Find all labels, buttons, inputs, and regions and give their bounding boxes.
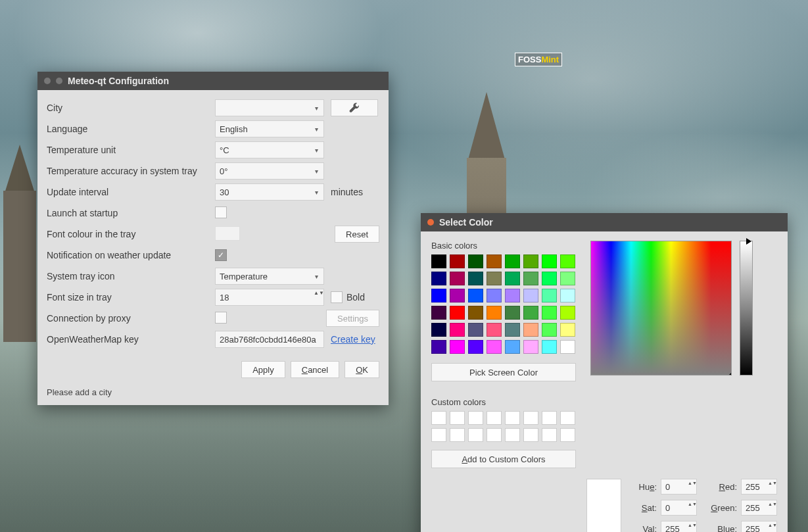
red-input[interactable]: 255▲▼ xyxy=(741,479,777,495)
custom-color-swatch[interactable] xyxy=(468,428,483,442)
val-input[interactable]: 255▲▼ xyxy=(661,521,697,532)
basic-color-swatch[interactable] xyxy=(542,289,557,302)
add-custom-button[interactable]: Add to Custom Colors xyxy=(431,450,576,468)
basic-color-swatch[interactable] xyxy=(450,254,465,268)
notification-checkbox[interactable]: ✓ xyxy=(215,249,227,261)
temp-accuracy-combo[interactable]: 0° xyxy=(215,162,324,180)
basic-color-swatch[interactable] xyxy=(523,306,538,320)
custom-color-swatch[interactable] xyxy=(450,428,465,442)
custom-color-swatch[interactable] xyxy=(450,411,465,425)
font-colour-swatch[interactable] xyxy=(215,226,240,241)
basic-color-swatch[interactable] xyxy=(523,254,538,268)
sat-input[interactable]: 0▲▼ xyxy=(661,500,697,516)
custom-color-swatch[interactable] xyxy=(505,411,520,425)
basic-color-swatch[interactable] xyxy=(450,340,465,354)
basic-color-swatch[interactable] xyxy=(542,254,557,268)
hue-input[interactable]: 0▲▼ xyxy=(661,479,697,495)
custom-color-swatch[interactable] xyxy=(542,411,557,425)
pick-screen-color-button[interactable]: Pick Screen Color xyxy=(431,363,576,381)
basic-color-swatch[interactable] xyxy=(468,272,483,285)
basic-color-swatch[interactable] xyxy=(468,340,483,354)
apply-button[interactable]: Apply xyxy=(241,361,285,378)
custom-color-swatch[interactable] xyxy=(523,411,538,425)
basic-color-swatch[interactable] xyxy=(560,289,575,302)
basic-color-swatch[interactable] xyxy=(431,289,446,302)
custom-color-swatch[interactable] xyxy=(431,428,446,442)
color-titlebar[interactable]: Select Color xyxy=(421,213,788,231)
basic-color-swatch[interactable] xyxy=(560,254,575,268)
owm-key-input[interactable]: 28ab768fc0cbdd146e80a xyxy=(215,331,324,348)
update-interval-combo[interactable]: 30 xyxy=(215,183,324,201)
custom-color-swatch[interactable] xyxy=(542,428,557,442)
basic-color-swatch[interactable] xyxy=(487,289,502,302)
custom-color-swatch[interactable] xyxy=(487,428,502,442)
basic-color-swatch[interactable] xyxy=(523,340,538,354)
basic-color-swatch[interactable] xyxy=(505,272,520,285)
custom-color-swatch[interactable] xyxy=(487,411,502,425)
city-tool-button[interactable] xyxy=(331,99,378,116)
custom-color-swatch[interactable] xyxy=(505,428,520,442)
basic-color-swatch[interactable] xyxy=(542,323,557,337)
basic-color-swatch[interactable] xyxy=(431,254,446,268)
basic-color-swatch[interactable] xyxy=(450,323,465,337)
value-slider[interactable] xyxy=(740,241,753,375)
window-btn-1[interactable] xyxy=(44,78,51,84)
language-combo[interactable]: English xyxy=(215,120,324,137)
basic-color-swatch[interactable] xyxy=(487,340,502,354)
config-titlebar[interactable]: Meteo-qt Configuration xyxy=(37,72,389,90)
basic-color-swatch[interactable] xyxy=(542,272,557,285)
blue-input[interactable]: 255▲▼ xyxy=(741,521,777,532)
basic-color-swatch[interactable] xyxy=(505,289,520,302)
green-input[interactable]: 255▲▼ xyxy=(741,500,777,516)
ok-button[interactable]: OK xyxy=(345,361,379,378)
bold-checkbox[interactable] xyxy=(331,291,343,303)
reset-button[interactable]: Reset xyxy=(335,226,379,243)
basic-color-swatch[interactable] xyxy=(505,254,520,268)
custom-color-swatch[interactable] xyxy=(560,411,575,425)
basic-color-swatch[interactable] xyxy=(560,272,575,285)
custom-color-swatch[interactable] xyxy=(560,428,575,442)
basic-color-swatch[interactable] xyxy=(542,340,557,354)
basic-color-swatch[interactable] xyxy=(523,272,538,285)
basic-color-swatch[interactable] xyxy=(431,340,446,354)
basic-color-swatch[interactable] xyxy=(450,272,465,285)
basic-color-swatch[interactable] xyxy=(468,323,483,337)
font-size-spinner[interactable]: 18 ▲▼ xyxy=(215,289,324,306)
color-gradient[interactable] xyxy=(590,241,732,375)
basic-color-swatch[interactable] xyxy=(487,323,502,337)
basic-color-swatch[interactable] xyxy=(468,289,483,302)
cancel-button[interactable]: Cancel xyxy=(291,361,339,378)
basic-color-swatch[interactable] xyxy=(505,340,520,354)
basic-color-swatch[interactable] xyxy=(468,254,483,268)
basic-color-swatch[interactable] xyxy=(487,306,502,320)
basic-color-swatch[interactable] xyxy=(560,306,575,320)
custom-color-swatch[interactable] xyxy=(468,411,483,425)
window-btn-2[interactable] xyxy=(56,78,62,84)
launch-startup-checkbox[interactable] xyxy=(215,206,227,218)
custom-color-swatch[interactable] xyxy=(523,428,538,442)
basic-color-swatch[interactable] xyxy=(542,306,557,320)
basic-color-swatch[interactable] xyxy=(560,340,575,354)
custom-color-swatch[interactable] xyxy=(431,411,446,425)
proxy-checkbox[interactable] xyxy=(215,312,227,324)
basic-color-swatch[interactable] xyxy=(450,306,465,320)
proxy-settings-button[interactable]: Settings xyxy=(326,310,379,327)
basic-color-swatch[interactable] xyxy=(560,323,575,337)
basic-color-swatch[interactable] xyxy=(487,272,502,285)
basic-color-swatch[interactable] xyxy=(468,306,483,320)
basic-color-swatch[interactable] xyxy=(523,289,538,302)
tray-icon-combo[interactable]: Temperature xyxy=(215,268,324,285)
basic-color-swatch[interactable] xyxy=(431,306,446,320)
spinner-arrows-icon[interactable]: ▲▼ xyxy=(314,291,321,304)
window-close-btn[interactable] xyxy=(427,219,434,226)
basic-color-swatch[interactable] xyxy=(487,254,502,268)
basic-color-swatch[interactable] xyxy=(505,306,520,320)
temp-unit-combo[interactable]: °C xyxy=(215,141,324,158)
basic-color-swatch[interactable] xyxy=(431,323,446,337)
city-combo[interactable] xyxy=(215,99,324,116)
create-key-link[interactable]: Create key xyxy=(331,334,375,345)
basic-color-swatch[interactable] xyxy=(450,289,465,302)
basic-color-swatch[interactable] xyxy=(523,323,538,337)
basic-color-swatch[interactable] xyxy=(431,272,446,285)
basic-color-swatch[interactable] xyxy=(505,323,520,337)
